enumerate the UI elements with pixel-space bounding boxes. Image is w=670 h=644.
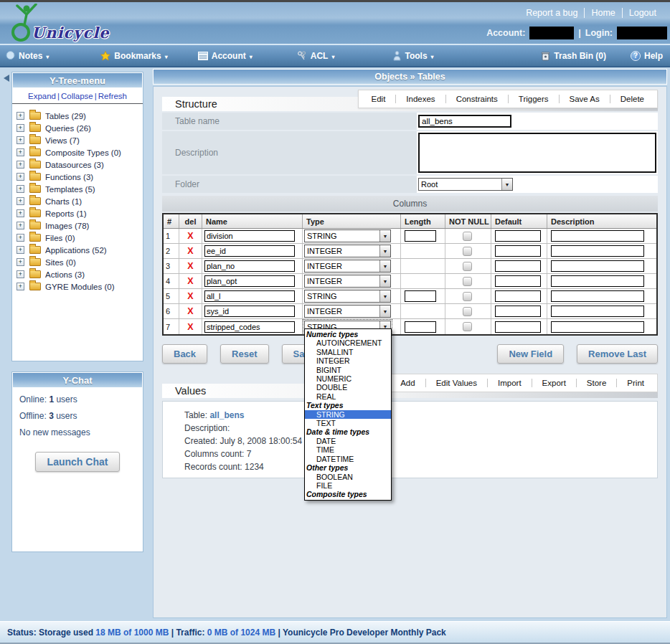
expand-plus-icon[interactable]: + xyxy=(16,185,24,193)
column-name-input[interactable] xyxy=(204,306,295,317)
column-length-input[interactable] xyxy=(405,290,436,302)
expand-plus-icon[interactable]: + xyxy=(16,258,24,266)
tree-item[interactable]: + Images (78) xyxy=(16,219,140,232)
values-menu-item[interactable]: Export xyxy=(532,379,576,387)
column-name-input[interactable] xyxy=(204,275,295,287)
tree-item[interactable]: + Datasources (3) xyxy=(16,158,140,171)
dropdown-option[interactable]: BOOLEAN xyxy=(305,473,391,481)
nav-item-bookmarks[interactable]: Bookmarks ▾ xyxy=(100,51,167,61)
younicycle-logo[interactable]: Unicycle xyxy=(10,4,118,44)
column-name-input[interactable] xyxy=(204,245,295,257)
values-menu-item[interactable]: Edit Values xyxy=(425,379,487,387)
tab-item[interactable]: Delete xyxy=(610,95,654,103)
column-name-input[interactable] xyxy=(204,321,295,333)
remove-last-button[interactable]: Remove Last xyxy=(577,344,658,364)
column-default-input[interactable] xyxy=(495,260,541,272)
expand-plus-icon[interactable]: + xyxy=(16,270,24,278)
header-link[interactable]: Report a bug xyxy=(519,8,584,18)
tree-item[interactable]: + Charts (1) xyxy=(16,195,140,207)
dropdown-option[interactable]: FILE xyxy=(305,481,391,490)
expand-plus-icon[interactable]: + xyxy=(16,161,24,169)
tab-item[interactable]: Constraints xyxy=(445,95,508,103)
dropdown-option[interactable]: TEXT xyxy=(305,419,391,427)
column-description-input[interactable] xyxy=(551,275,644,287)
delete-column-button[interactable]: X xyxy=(179,259,202,273)
tab-item[interactable]: Indexes xyxy=(395,95,445,103)
tree-item[interactable]: + Sites (0) xyxy=(16,256,140,268)
nav-item-account[interactable]: Account ▾ xyxy=(198,51,253,61)
column-default-input[interactable] xyxy=(495,245,541,257)
not-null-checkbox[interactable] xyxy=(463,277,472,286)
column-type-select[interactable]: INTEGER ▼ xyxy=(304,275,391,288)
delete-column-button[interactable]: X xyxy=(179,304,202,318)
tree-item[interactable]: + Tables (29) xyxy=(16,110,140,122)
column-name-input[interactable] xyxy=(204,290,295,302)
not-null-checkbox[interactable] xyxy=(463,292,472,301)
column-default-input[interactable] xyxy=(495,321,541,333)
dropdown-option[interactable]: NUMERIC xyxy=(305,374,391,383)
delete-column-button[interactable]: X xyxy=(179,244,202,258)
column-description-input[interactable] xyxy=(551,290,644,302)
tree-expand-link[interactable]: Expand xyxy=(28,92,56,100)
column-name-input[interactable] xyxy=(204,260,295,272)
column-type-select[interactable]: STRING ▼ xyxy=(304,290,391,303)
tree-item[interactable]: + Applications (52) xyxy=(16,244,140,256)
description-textarea[interactable] xyxy=(418,133,656,173)
nav-item-help[interactable]: ? Help xyxy=(631,51,663,61)
values-menu-item[interactable]: Import xyxy=(487,379,532,387)
values-menu-item[interactable]: Add xyxy=(390,379,425,387)
column-type-select[interactable]: INTEGER ▼ xyxy=(304,305,391,318)
expand-plus-icon[interactable]: + xyxy=(16,112,24,120)
tree-item[interactable]: + Templates (5) xyxy=(16,183,140,195)
delete-column-button[interactable]: X xyxy=(179,319,202,334)
not-null-checkbox[interactable] xyxy=(463,262,472,271)
not-null-checkbox[interactable] xyxy=(463,322,472,331)
tree-refresh-link[interactable]: Refresh xyxy=(98,92,127,100)
values-menu-item[interactable]: Store xyxy=(576,379,617,387)
dropdown-option[interactable]: INTEGER xyxy=(305,356,391,365)
column-name-input[interactable] xyxy=(204,230,295,242)
tab-item[interactable]: Edit xyxy=(362,95,396,103)
tree-item[interactable]: + GYRE Modules (0) xyxy=(16,280,140,293)
column-length-input[interactable] xyxy=(405,321,436,333)
tab-item[interactable]: Save As xyxy=(559,95,610,103)
tree-item[interactable]: + Reports (1) xyxy=(16,207,140,219)
new-field-button[interactable]: New Field xyxy=(497,344,564,364)
not-null-checkbox[interactable] xyxy=(463,232,472,241)
column-type-select[interactable]: STRING ▼ xyxy=(304,229,391,242)
expand-plus-icon[interactable]: + xyxy=(16,246,24,254)
tab-item[interactable]: Triggers xyxy=(508,95,559,103)
nav-item-acl[interactable]: ACL ▾ xyxy=(297,51,335,61)
column-default-input[interactable] xyxy=(495,306,541,317)
tree-item[interactable]: + Functions (3) xyxy=(16,171,140,183)
tree-item[interactable]: + Composite Types (0) xyxy=(16,146,140,158)
tree-collapse-link[interactable]: Collapse xyxy=(61,92,93,100)
tree-item[interactable]: + Files (0) xyxy=(16,232,140,244)
not-null-checkbox[interactable] xyxy=(463,247,472,256)
dropdown-option[interactable]: DATETIME xyxy=(305,455,391,463)
expand-plus-icon[interactable]: + xyxy=(16,197,24,205)
nav-item-notes[interactable]: Notes ▾ xyxy=(6,51,49,61)
tree-item[interactable]: + Views (7) xyxy=(16,134,140,146)
dropdown-option[interactable]: DATE xyxy=(305,437,391,445)
column-description-input[interactable] xyxy=(551,230,644,242)
expand-plus-icon[interactable]: + xyxy=(16,209,24,217)
expand-plus-icon[interactable]: + xyxy=(16,124,24,132)
expand-plus-icon[interactable]: + xyxy=(16,222,24,229)
dropdown-option[interactable]: DOUBLE xyxy=(305,383,391,392)
dropdown-option[interactable]: SMALLINT xyxy=(305,348,391,356)
reset-button[interactable]: Reset xyxy=(220,344,268,364)
launch-chat-button[interactable]: Launch Chat xyxy=(35,452,121,472)
dropdown-option[interactable]: AUTOINCREMENT xyxy=(305,338,391,347)
delete-column-button[interactable]: X xyxy=(179,229,202,243)
delete-column-button[interactable]: X xyxy=(179,274,202,288)
tree-item[interactable]: + Queries (26) xyxy=(16,122,140,134)
sidebar-collapse-arrow-icon[interactable] xyxy=(4,75,9,82)
table-name-input[interactable] xyxy=(418,115,511,128)
header-link[interactable]: Logout xyxy=(622,8,663,18)
column-type-select[interactable]: INTEGER ▼ xyxy=(304,260,391,273)
nav-item-tools[interactable]: Tools ▾ xyxy=(393,51,433,61)
column-description-input[interactable] xyxy=(551,260,644,272)
column-description-input[interactable] xyxy=(551,321,644,333)
dropdown-option[interactable]: STRING xyxy=(305,410,391,419)
